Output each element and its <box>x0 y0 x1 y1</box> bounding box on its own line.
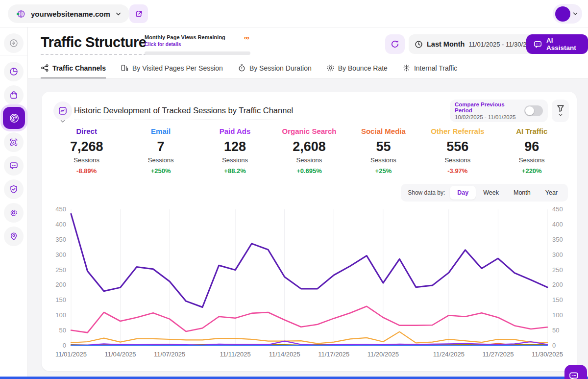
stat-change: +25% <box>346 167 420 175</box>
chart-card-icon[interactable] <box>53 101 72 120</box>
stat-direct: Direct 7,268 Sessions -8.89% <box>49 127 123 175</box>
y-tick-label: 400 <box>49 221 71 228</box>
sidebar-item-messages[interactable] <box>4 156 24 176</box>
external-link-icon <box>135 10 143 18</box>
shopping-bag-icon <box>9 90 19 100</box>
sidebar-divider <box>0 55 28 55</box>
stat-paid-ads: Paid Ads 128 Sessions +88.2% <box>198 127 272 175</box>
stat-label[interactable]: Email <box>123 127 197 135</box>
granularity-week[interactable]: Week <box>476 186 506 200</box>
stat-label[interactable]: Paid Ads <box>198 127 272 135</box>
stat-change: +250% <box>123 167 197 175</box>
y-tick-label: 200 <box>49 281 71 288</box>
stat-value: 7,268 <box>49 139 123 154</box>
ai-chat-icon <box>533 40 542 49</box>
granularity-month[interactable]: Month <box>506 186 538 200</box>
chevron-down-icon <box>572 11 578 17</box>
stat-label[interactable]: Organic Search <box>272 127 346 135</box>
asterisk-burst-icon <box>402 64 411 72</box>
website-selector[interactable]: yourwebsitename.com <box>8 4 129 23</box>
x-tick-label: 11/01/2025 <box>55 351 87 358</box>
plot-area[interactable] <box>71 209 547 346</box>
stat-label[interactable]: Other Referrals <box>420 127 494 135</box>
stat-value: 96 <box>495 139 569 154</box>
ai-assistant-label: AI Assistant <box>546 37 581 51</box>
compare-label[interactable]: Compare Previous Period <box>455 101 520 113</box>
sidebar-item-analytics[interactable] <box>4 62 24 81</box>
compare-toggle[interactable] <box>524 105 543 116</box>
stat-unit: Sessions <box>420 156 494 164</box>
y-tick-label: 350 <box>547 236 569 243</box>
sidebar-item-locations[interactable] <box>4 227 24 246</box>
sidebar-item-security[interactable] <box>4 179 24 199</box>
y-tick-label: 0 <box>547 342 569 349</box>
compare-previous-period: Compare Previous Period 10/02/2025 - 11/… <box>450 100 548 122</box>
stat-change: -8.89% <box>49 167 123 175</box>
bottom-accent-bar <box>0 377 588 379</box>
top-bar: yourwebsitename.com <box>0 0 588 27</box>
sessions-chart-card: Historic Development of Tracked Sessions… <box>42 92 577 371</box>
user-menu[interactable] <box>553 4 582 24</box>
stat-email: Email 7 Sessions +250% <box>123 127 197 175</box>
tab-label: By Bounce Rate <box>338 64 388 72</box>
sidebar-item-traffic-active[interactable] <box>3 107 25 129</box>
chevron-down-icon[interactable] <box>60 119 66 124</box>
analytics-dashboard: yourwebsitename.com <box>0 0 588 379</box>
tab-label: Internal Traffic <box>414 64 457 72</box>
support-chat-fab[interactable] <box>564 365 587 379</box>
tab-bounce-rate[interactable]: By Bounce Rate <box>326 64 388 78</box>
sessions-line-chart: 450400350300250200150100500 450400350300… <box>49 209 569 359</box>
stat-value: 2,608 <box>272 139 346 154</box>
quota-details-link[interactable]: Click for details <box>145 42 250 47</box>
x-tick-label: 11/14/2025 <box>269 351 300 358</box>
y-axis-right: 450400350300250200150100500 <box>547 209 569 346</box>
filter-button[interactable] <box>552 100 569 122</box>
sidebar-item-settings[interactable] <box>4 203 24 223</box>
stat-label[interactable]: AI Traffic <box>495 127 569 135</box>
tab-session-duration[interactable]: By Session Duration <box>238 64 312 78</box>
stat-unit: Sessions <box>198 156 272 164</box>
y-tick-label: 300 <box>547 251 569 258</box>
x-tick-label: 11/24/2025 <box>433 351 465 358</box>
tab-label: Traffic Channels <box>52 64 106 72</box>
granularity-year[interactable]: Year <box>538 186 565 200</box>
sidebar-item-orders[interactable] <box>4 85 24 105</box>
stat-ai-traffic: AI Traffic 96 Sessions +220% <box>495 127 569 175</box>
tab-label: By Visited Pages Per Session <box>132 64 223 72</box>
y-tick-label: 0 <box>49 342 71 349</box>
tab-visited-pages[interactable]: By Visited Pages Per Session <box>121 64 223 78</box>
x-tick-label: 11/04/2025 <box>104 351 136 358</box>
stat-label[interactable]: Social Media <box>346 127 420 135</box>
stat-value: 128 <box>198 139 272 154</box>
chat-bubble-icon <box>9 161 19 171</box>
stat-change: +220% <box>495 167 569 175</box>
stat-change: +88.2% <box>198 167 272 175</box>
period-label: Last Month <box>427 40 465 48</box>
x-tick-label: 11/27/2025 <box>482 351 514 358</box>
location-pin-icon <box>9 231 19 241</box>
quota-progress-bar <box>145 51 250 55</box>
x-tick-label: 11/17/2025 <box>318 351 349 358</box>
tab-traffic-channels[interactable]: Traffic Channels <box>41 64 106 78</box>
bounce-target-icon <box>326 64 335 72</box>
y-tick-label: 400 <box>547 221 569 228</box>
open-website-button[interactable] <box>129 4 148 23</box>
clock-icon <box>415 40 423 49</box>
stat-unit: Sessions <box>123 156 197 164</box>
stat-unit: Sessions <box>49 156 123 164</box>
sidebar-item-tracking[interactable] <box>4 132 24 152</box>
y-tick-label: 250 <box>547 266 569 274</box>
stat-label[interactable]: Direct <box>49 127 123 135</box>
tab-internal-traffic[interactable]: Internal Traffic <box>402 64 457 78</box>
channel-stats-row: Direct 7,268 Sessions -8.89% Email 7 Ses… <box>49 127 569 175</box>
stopwatch-icon <box>238 64 246 72</box>
refresh-button[interactable] <box>385 34 405 54</box>
ai-assistant-button[interactable]: AI Assistant <box>526 34 588 54</box>
sidebar-collapse-button[interactable] <box>4 33 24 53</box>
granularity-day[interactable]: Day <box>450 186 476 200</box>
stat-social-media: Social Media 55 Sessions +25% <box>346 127 420 175</box>
stat-value: 556 <box>420 139 494 154</box>
chart-title: Historic Development of Tracked Sessions… <box>74 106 293 120</box>
tab-label: By Session Duration <box>249 64 312 72</box>
tab-bar: Traffic Channels By Visited Pages Per Se… <box>41 64 457 78</box>
